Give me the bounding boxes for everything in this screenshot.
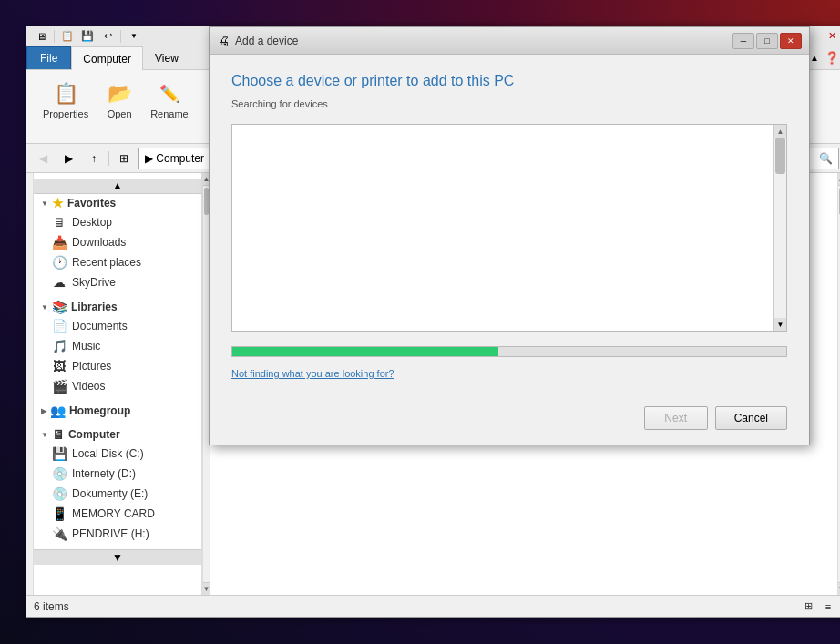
search-icon: 🔍 xyxy=(819,152,833,165)
view-details-button[interactable]: ⊞ xyxy=(799,598,817,615)
sidebar-item-memory-card[interactable]: 📱 MEMORY CARD xyxy=(34,504,201,524)
sidebar-computer-header[interactable]: ▼ 🖥 Computer xyxy=(34,425,201,444)
memory-card-icon: 📱 xyxy=(52,506,67,521)
dialog-footer: Next Cancel xyxy=(210,397,809,445)
help-button[interactable]: ❓ xyxy=(823,49,840,66)
window-icon: 🖥 xyxy=(32,28,50,45)
progress-bar-track xyxy=(231,346,787,357)
documents-icon: 📄 xyxy=(52,319,67,333)
dialog-scroll-up[interactable]: ▲ xyxy=(774,125,786,138)
skydrive-icon: ☁ xyxy=(52,275,67,290)
tab-view[interactable]: View xyxy=(143,46,190,69)
open-label: Open xyxy=(108,108,132,120)
sidebar-item-videos[interactable]: 🎬 Videos xyxy=(34,376,201,396)
videos-icon: 🎬 xyxy=(52,379,67,394)
sidebar-item-music[interactable]: 🎵 Music xyxy=(34,336,201,356)
add-device-dialog: 🖨 Add a device ─ □ ✕ Choose a device or … xyxy=(209,26,810,445)
sidebar-section-computer: ▼ 🖥 Computer 💾 Local Disk (C:) 💿 Interne… xyxy=(34,425,201,544)
recent-places-label: Recent places xyxy=(72,256,141,269)
documents-label: Documents xyxy=(72,320,128,332)
dialog-window-controls: ─ □ ✕ xyxy=(732,33,802,49)
dialog-scrollbar[interactable]: ▲ ▼ xyxy=(773,125,786,331)
properties-icon: 📋 xyxy=(51,79,80,108)
next-button[interactable]: Next xyxy=(644,406,708,430)
close-button[interactable]: ✕ xyxy=(819,26,840,46)
dialog-minimize-button[interactable]: ─ xyxy=(732,33,754,49)
tab-computer[interactable]: Computer xyxy=(71,46,143,70)
ribbon-group-manage: 📋 Properties 📂 Open ✏️ Rename xyxy=(32,74,200,139)
sidebar-item-dokumenty-e[interactable]: 💿 Dokumenty (E:) xyxy=(34,484,201,504)
not-finding-link[interactable]: Not finding what you are looking for? xyxy=(231,368,787,379)
sidebar-section-favorites: ▼ ★ Favorites 🖥 Desktop 📥 Downloads 🕐 xyxy=(34,194,201,292)
nav-back-button[interactable]: ◀ xyxy=(32,148,54,169)
view-list-button[interactable]: ≡ xyxy=(819,598,837,615)
sidebar-favorites-header[interactable]: ▼ ★ Favorites xyxy=(34,194,201,212)
sidebar-scroll-down-arrow[interactable]: ▼ xyxy=(203,582,210,595)
recent-places-icon: 🕐 xyxy=(52,255,67,270)
ribbon-btn-open[interactable]: 📂 Open xyxy=(97,77,141,122)
dialog-scroll-down[interactable]: ▼ xyxy=(774,318,786,331)
item-count: 6 items xyxy=(34,600,69,613)
pendrive-h-icon: 🔌 xyxy=(52,526,67,541)
cancel-button[interactable]: Cancel xyxy=(715,406,787,430)
computer-icon: 🖥 xyxy=(52,427,65,442)
dialog-close-button[interactable]: ✕ xyxy=(780,33,802,49)
open-icon: 📂 xyxy=(105,79,134,108)
dialog-scroll-track xyxy=(774,138,786,318)
downloads-label: Downloads xyxy=(72,236,126,249)
nav-up-button[interactable]: ↑ xyxy=(83,148,105,169)
sidebar-item-pictures[interactable]: 🖼 Pictures xyxy=(34,356,201,376)
properties-label: Properties xyxy=(43,108,88,120)
ribbon-btn-properties[interactable]: 📋 Properties xyxy=(39,77,92,122)
homegroup-arrow: ▶ xyxy=(41,407,46,415)
ribbon-collapse-up[interactable]: ▲ xyxy=(808,51,821,65)
libraries-arrow: ▼ xyxy=(41,303,48,312)
music-icon: 🎵 xyxy=(52,339,67,353)
favorites-label: Favorites xyxy=(67,197,116,210)
tab-file[interactable]: File xyxy=(26,46,71,69)
dokumenty-e-icon: 💿 xyxy=(52,486,67,501)
sidebar-item-pendrive-h[interactable]: 🔌 PENDRIVE (H:) xyxy=(34,524,201,544)
sidebar-scroll-down[interactable]: ▼ xyxy=(34,549,201,565)
sidebar-item-local-disk-c[interactable]: 💾 Local Disk (C:) xyxy=(34,444,201,464)
local-disk-c-label: Local Disk (C:) xyxy=(72,447,144,460)
sidebar-item-desktop[interactable]: 🖥 Desktop xyxy=(34,212,201,232)
homegroup-label: Homegroup xyxy=(69,404,130,417)
dialog-device-list: ▲ ▼ xyxy=(231,124,787,332)
sidebar-item-downloads[interactable]: 📥 Downloads xyxy=(34,232,201,252)
sidebar-item-documents[interactable]: 📄 Documents xyxy=(34,316,201,336)
ribbon-group-manage-items: 📋 Properties 📂 Open ✏️ Rename xyxy=(39,74,192,139)
pictures-icon: 🖼 xyxy=(52,359,67,373)
address-path: ▶ Computer xyxy=(145,152,204,165)
computer-arrow: ▼ xyxy=(41,431,48,439)
libraries-label: Libraries xyxy=(71,301,118,313)
dialog-searching-text: Searching for devices xyxy=(231,98,787,109)
sidebar-item-recent-places[interactable]: 🕐 Recent places xyxy=(34,252,201,272)
dialog-scroll-thumb[interactable] xyxy=(775,138,785,174)
sidebar-libraries-header[interactable]: ▼ 📚 Libraries xyxy=(34,298,201,316)
internety-d-icon: 💿 xyxy=(52,466,67,481)
nav-forward-button[interactable]: ▶ xyxy=(57,148,79,169)
desktop-label: Desktop xyxy=(72,216,112,229)
local-disk-c-icon: 💾 xyxy=(52,446,67,461)
qat-undo-button[interactable]: ↩ xyxy=(98,28,117,45)
nav-view-button[interactable]: ⊞ xyxy=(113,148,135,169)
rename-label: Rename xyxy=(150,108,189,120)
progress-bar-fill xyxy=(232,347,498,356)
ribbon-btn-rename[interactable]: ✏️ Rename xyxy=(147,77,192,122)
dialog-title-text: Add a device xyxy=(235,35,727,47)
videos-label: Videos xyxy=(72,380,105,393)
sidebar-item-skydrive[interactable]: ☁ SkyDrive xyxy=(34,272,201,292)
dialog-title-icon: 🖨 xyxy=(217,34,230,48)
qat-properties-button[interactable]: 📋 xyxy=(58,28,77,45)
sidebar-homegroup-header[interactable]: ▶ 👥 Homegroup xyxy=(34,402,201,420)
sidebar-section-libraries: ▼ 📚 Libraries 📄 Documents 🎵 Music 🖼 xyxy=(34,298,201,396)
qat-dropdown-button[interactable]: ▼ xyxy=(125,28,143,45)
sidebar-section-homegroup: ▶ 👥 Homegroup xyxy=(34,402,201,420)
dialog-heading: Choose a device or printer to add to thi… xyxy=(231,73,787,89)
sidebar-item-internety-d[interactable]: 💿 Internety (D:) xyxy=(34,464,201,484)
dialog-maximize-button[interactable]: □ xyxy=(756,33,778,49)
qat-save-button[interactable]: 💾 xyxy=(78,28,97,45)
sidebar-scroll-up[interactable]: ▲ xyxy=(34,179,201,194)
internety-d-label: Internety (D:) xyxy=(72,467,136,480)
